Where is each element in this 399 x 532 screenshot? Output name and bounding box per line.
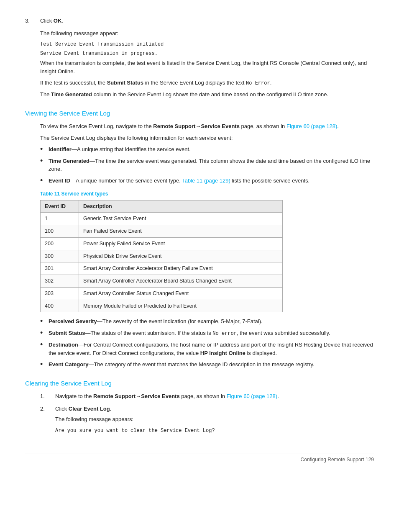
time-generated-para: The Time Generated column in the Service… [40, 90, 374, 99]
table-cell-description: Generic Test Service Event [79, 213, 282, 225]
footer-text: Configuring Remote Support 129 [301, 457, 374, 463]
table-cell-event-id: 200 [41, 237, 79, 250]
table-cell-description: Smart Array Controller Accelerator Board… [79, 275, 282, 288]
no-error-inline-mono: No error [212, 331, 237, 337]
table-row: 302Smart Array Controller Accelerator Bo… [41, 275, 283, 288]
table-cell-description: Physical Disk Drive Service Event [79, 250, 282, 262]
clear-step-2: 2. Click Clear Event Log. The following … [40, 405, 374, 436]
step-click-label: Click [40, 18, 54, 24]
footer: Configuring Remote Support 129 [25, 453, 374, 463]
viewing-section-heading: Viewing the Service Event Log [25, 109, 374, 118]
table-cell-event-id: 303 [41, 287, 79, 300]
table-row: 300Physical Disk Drive Service Event [41, 250, 283, 262]
step-number: 3. [25, 17, 37, 25]
table-row: 301Smart Array Controller Accelerator Ba… [41, 262, 283, 275]
bullet-submit-status: • Submit Status—The status of the event … [40, 329, 374, 337]
col-event-id: Event ID [41, 200, 79, 213]
event-table: Event ID Description 1Generic Test Servi… [40, 200, 283, 313]
table-cell-event-id: 301 [41, 262, 79, 275]
clear-step-num-2: 2. [40, 405, 52, 436]
viewing-intro-block: To view the Service Event Log, navigate … [40, 122, 374, 142]
clear-step-1: 1. Navigate to the Remote Support→Servic… [40, 392, 374, 401]
table-row: 1Generic Test Service Event [41, 213, 283, 225]
clearing-section-heading: Clearing the Service Event Log [25, 379, 374, 388]
step-3: 3. Click OK. [25, 17, 374, 25]
event-id-bold: Event ID [49, 177, 70, 184]
transmission-complete-para: When the transmission is complete, the t… [40, 59, 374, 75]
table-container: Table 11 Service event types Event ID De… [40, 190, 374, 313]
step-ok-bold: OK [54, 18, 62, 24]
event-category-bold: Event Category [49, 361, 88, 368]
perceived-severity-bold: Perceived Severity [49, 318, 97, 324]
table-row: 303Smart Array Controller Status Changed… [41, 287, 283, 300]
figure60-link-2[interactable]: Figure 60 (page 128) [227, 393, 277, 399]
identifier-bold: Identifier [49, 146, 72, 152]
submit-status-bold-2: Submit Status [49, 330, 85, 336]
remote-support-bold-2: Remote Support→Service Events [93, 393, 180, 399]
bullet-dot-7: • [40, 360, 45, 369]
messages-intro: The following messages appear: [40, 29, 374, 38]
submit-status-bold: Submit Status [107, 80, 143, 86]
bullets-list-2: • Perceived Severity—The severity of the… [40, 317, 374, 369]
no-error-mono: No Error [246, 80, 270, 86]
destination-bold: Destination [49, 342, 78, 348]
table-cell-event-id: 300 [41, 250, 79, 262]
clear-msg-intro: The following message appears: [55, 415, 374, 424]
clear-event-log-bold: Clear Event Log [69, 406, 110, 412]
bullet-destination: • Destination—For Central Connect config… [40, 341, 374, 357]
table-row: 200Power Supply Failed Service Event [41, 237, 283, 250]
col-description: Description [79, 200, 282, 213]
table-cell-event-id: 302 [41, 275, 79, 288]
bullet-time-generated: • Time Generated—The time the service ev… [40, 157, 374, 173]
time-generated-bold: Time Generated [51, 91, 92, 98]
clear-step-2-content: Click Clear Event Log. The following mes… [55, 405, 374, 436]
bullet-event-category: • Event Category—The category of the eve… [40, 360, 374, 369]
table-row: 400Memory Module Failed or Predicted to … [41, 300, 283, 312]
table-cell-event-id: 1 [41, 213, 79, 225]
table11-link[interactable]: Table 11 (page 129) [182, 177, 230, 184]
hp-insight-online-bold: HP Insight Online [200, 350, 246, 356]
clear-step-num-1: 1. [40, 392, 52, 401]
bullet-dot-5: • [40, 329, 45, 337]
viewing-intro-para: To view the Service Event Log, navigate … [40, 122, 374, 131]
table-cell-event-id: 400 [41, 300, 79, 312]
step-content: Click OK. [40, 17, 374, 25]
bullet-dot-6: • [40, 341, 45, 349]
table-cell-event-id: 100 [41, 225, 79, 238]
remote-support-bold: Remote Support→Service Events [153, 123, 240, 129]
bullet-perceived-severity: • Perceived Severity—The severity of the… [40, 317, 374, 326]
table-cell-description: Power Supply Failed Service Event [79, 237, 282, 250]
bullet-dot-2: • [40, 157, 45, 165]
table-cell-description: Smart Array Controller Status Changed Ev… [79, 287, 282, 300]
table-cell-description: Memory Module Failed or Predicted to Fai… [79, 300, 282, 312]
table-cell-description: Smart Array Controller Accelerator Batte… [79, 262, 282, 275]
messages-block: The following messages appear: Test Serv… [40, 29, 374, 99]
submit-status-para: If the test is successful, the Submit St… [40, 79, 374, 87]
clear-mono: Are you sure you want to clear the Servi… [55, 427, 374, 434]
bullet-dot-1: • [40, 145, 45, 154]
bullets-list-1: • Identifier—A unique string that identi… [40, 145, 374, 185]
bullet-dot-4: • [40, 317, 45, 326]
bullet-identifier: • Identifier—A unique string that identi… [40, 145, 374, 154]
clearing-steps: 1. Navigate to the Remote Support→Servic… [40, 392, 374, 436]
table-cell-description: Fan Failed Service Event [79, 225, 282, 238]
service-event-log-info-para: The Service Event Log displays the follo… [40, 134, 374, 142]
table-row: 100Fan Failed Service Event [41, 225, 283, 238]
mono-line-2: Service Event transmission in progress. [40, 50, 374, 57]
time-generated-bold-2: Time Generated [49, 158, 90, 164]
bullet-event-id: • Event ID—A unique number for the servi… [40, 177, 374, 185]
table-title: Table 11 Service event types [40, 190, 374, 198]
clear-step-1-content: Navigate to the Remote Support→Service E… [55, 392, 374, 401]
bullet-dot-3: • [40, 177, 45, 185]
mono-line-1: Test Service Event Transmission initiate… [40, 41, 374, 48]
figure60-link[interactable]: Figure 60 (page 128) [286, 123, 337, 129]
table-header-row: Event ID Description [41, 200, 283, 213]
